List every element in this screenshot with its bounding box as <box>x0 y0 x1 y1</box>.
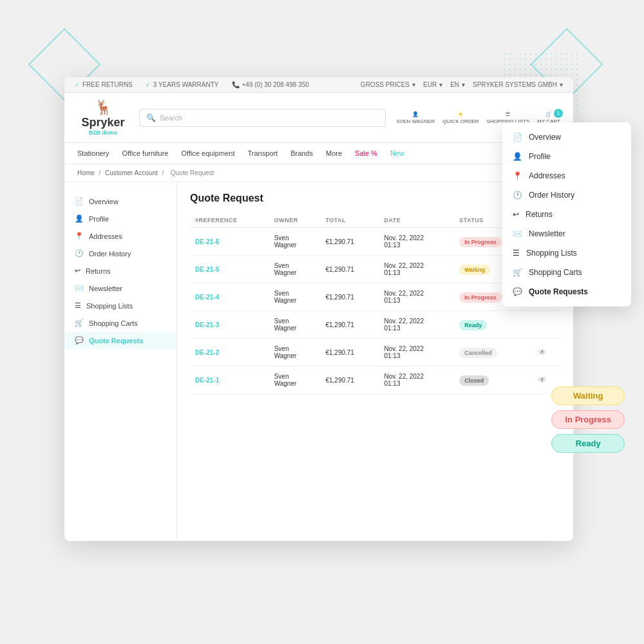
breadcrumb-sep-1: / <box>99 169 102 176</box>
checkmark-icon: ✓ <box>75 82 80 88</box>
sidebar-item-newsletter[interactable]: ✉️ Newsletter <box>64 279 176 297</box>
sidebar-item-returns[interactable]: ↩ Returns <box>64 262 176 279</box>
dropdown-user-icon: 👤 <box>513 152 522 161</box>
dropdown-newsletter-label: Newsletter <box>529 229 565 238</box>
status-badge-de215: Waiting <box>459 265 490 275</box>
dropdown-history-icon: 🕐 <box>513 191 522 200</box>
dropdown-item-overview[interactable]: 📄 Overview <box>502 128 631 147</box>
col-owner: OWNER <box>269 213 321 228</box>
cart-badge: 1 <box>554 109 563 118</box>
user-icon-button[interactable]: 👤 SVEN WAGNER <box>396 111 435 124</box>
currency-dropdown[interactable]: EUR ▾ <box>423 81 442 88</box>
view-button-de212[interactable]: 👁 <box>538 348 546 357</box>
col-reference: #REFERENCE <box>190 213 269 228</box>
sidebar-newsletter-label: Newsletter <box>89 285 122 292</box>
ref-link-de211[interactable]: DE-21-1 <box>195 377 219 384</box>
site-header: 🦌 Spryker B2B demo 🔍 Search 👤 SVEN WAGNE… <box>64 93 573 143</box>
ref-link-de216[interactable]: DE-21-6 <box>195 238 219 245</box>
nav-more[interactable]: More <box>326 143 342 164</box>
quick-order-button[interactable]: ⚡ QUICK ORDER <box>442 111 478 124</box>
logo[interactable]: 🦌 Spryker B2B demo <box>77 99 129 136</box>
language-dropdown[interactable]: EN ▾ <box>450 81 465 88</box>
user-icon: 👤 <box>412 111 419 117</box>
dropdown-item-returns[interactable]: ↩ Returns <box>502 205 631 224</box>
checkmark-icon-2: ✓ <box>146 82 151 88</box>
nav-office-furniture[interactable]: Office furniture <box>122 143 169 164</box>
dropdown-returns-label: Returns <box>526 210 553 219</box>
nav-sale[interactable]: Sale % <box>355 143 377 164</box>
nav-brands[interactable]: Brands <box>290 143 313 164</box>
total-de212: €1,290.71 <box>320 339 379 366</box>
dropdown-item-shopping-carts[interactable]: 🛒 Shopping Carts <box>502 263 631 282</box>
status-legend: Waiting In Progress Ready <box>551 386 625 453</box>
dropdown-file-icon: 📄 <box>513 133 522 142</box>
logo-text: Spryker <box>81 116 124 129</box>
breadcrumb-customer-account[interactable]: Customer Account <box>105 169 158 176</box>
returns-icon: ↩ <box>75 267 80 275</box>
table-row: DE-21-1 SvenWagner €1,290.71 Nov. 22, 20… <box>190 366 560 394</box>
total-de214: €1,290.71 <box>320 283 379 311</box>
sidebar-profile-label: Profile <box>89 215 109 223</box>
owner-de214: SvenWagner <box>269 283 321 311</box>
gross-prices-dropdown[interactable]: GROSS PRICES ▾ <box>361 81 415 88</box>
total-de215: €1,290.71 <box>320 256 379 283</box>
ref-link-de212[interactable]: DE-21-2 <box>195 349 219 356</box>
free-returns-item: ✓ FREE RETURNS <box>75 81 133 88</box>
warranty-item: ✓ 3 YEARS WARRANTY <box>146 81 219 88</box>
sidebar-item-order-history[interactable]: 🕐 Order History <box>64 245 176 262</box>
company-dropdown[interactable]: SPRYKER SYSTEMS GMBH ▾ <box>473 81 563 88</box>
breadcrumb: Home / Customer Account / Quote Request <box>64 164 573 182</box>
ref-link-de214[interactable]: DE-21-4 <box>195 294 219 301</box>
date-de211: Nov. 22, 202201:13 <box>379 366 454 394</box>
sidebar-item-shopping-lists[interactable]: ☰ Shopping Lists <box>64 297 176 314</box>
dropdown-order-history-label: Order History <box>529 191 574 200</box>
view-button-de211[interactable]: 👁 <box>538 375 546 384</box>
sidebar-item-addresses[interactable]: 📍 Addresses <box>64 227 176 245</box>
sidebar-item-quote-requests[interactable]: 💬 Quote Requests <box>64 332 176 349</box>
list-icon: ☰ <box>75 301 81 310</box>
dropdown-item-addresses[interactable]: 📍 Addresses <box>502 166 631 185</box>
dropdown-item-quote-requests[interactable]: 💬 Quote Requests <box>502 282 631 301</box>
col-date: DATE <box>379 213 454 228</box>
main-navigation: Stationery Office furniture Office equip… <box>64 143 573 164</box>
nav-new[interactable]: New <box>390 143 404 164</box>
status-badge-de213: Ready <box>459 320 487 330</box>
mail-icon: ✉️ <box>75 284 84 292</box>
owner-de215: SvenWagner <box>269 256 321 283</box>
quick-order-label: QUICK ORDER <box>442 118 478 124</box>
dropdown-mail-icon: ✉️ <box>513 229 522 238</box>
ref-link-de215[interactable]: DE-21-5 <box>195 266 219 273</box>
dropdown-overview-label: Overview <box>529 133 561 142</box>
sidebar-item-profile[interactable]: 👤 Profile <box>64 210 176 227</box>
dropdown-addresses-label: Addresses <box>529 171 565 180</box>
owner-de216: SvenWagner <box>269 228 321 256</box>
logo-subtitle: B2B demo <box>89 129 118 136</box>
free-returns-label: FREE RETURNS <box>82 81 133 88</box>
ref-link-de213[interactable]: DE-21-3 <box>195 321 219 328</box>
sidebar-addresses-label: Addresses <box>89 232 122 240</box>
nav-office-equipment[interactable]: Office equipment <box>181 143 234 164</box>
dropdown-item-order-history[interactable]: 🕐 Order History <box>502 185 631 205</box>
status-badge-de214: In Progress <box>459 292 502 303</box>
dropdown-item-newsletter[interactable]: ✉️ Newsletter <box>502 224 631 243</box>
breadcrumb-home[interactable]: Home <box>77 169 95 176</box>
browser-window: ✓ FREE RETURNS ✓ 3 YEARS WARRANTY 📞 +49 … <box>64 77 573 541</box>
sidebar-quote-requests-label: Quote Requests <box>89 337 143 345</box>
sidebar-item-shopping-carts[interactable]: 🛒 Shopping Carts <box>64 314 176 332</box>
content-area: 📄 Overview 👤 Profile 📍 Addresses 🕐 Order… <box>64 182 573 541</box>
total-de216: €1,290.71 <box>320 228 379 256</box>
search-bar[interactable]: 🔍 Search <box>139 109 386 127</box>
date-de214: Nov. 22, 202201:13 <box>379 283 454 311</box>
user-label: SVEN WAGNER <box>396 118 435 124</box>
sidebar-item-overview[interactable]: 📄 Overview <box>64 193 176 210</box>
info-bar: ✓ FREE RETURNS ✓ 3 YEARS WARRANTY 📞 +49 … <box>64 77 573 93</box>
date-de215: Nov. 22, 202201:13 <box>379 256 454 283</box>
user-icon: 👤 <box>75 214 84 223</box>
account-dropdown: 📄 Overview 👤 Profile 📍 Addresses 🕐 Order… <box>502 122 631 307</box>
dropdown-item-shopping-lists[interactable]: ☰ Shopping Lists <box>502 243 631 263</box>
nav-transport[interactable]: Transport <box>247 143 278 164</box>
dropdown-item-profile[interactable]: 👤 Profile <box>502 147 631 166</box>
legend-inprogress: In Progress <box>551 410 625 429</box>
search-placeholder: Search <box>160 114 182 122</box>
nav-stationery[interactable]: Stationery <box>77 143 109 164</box>
